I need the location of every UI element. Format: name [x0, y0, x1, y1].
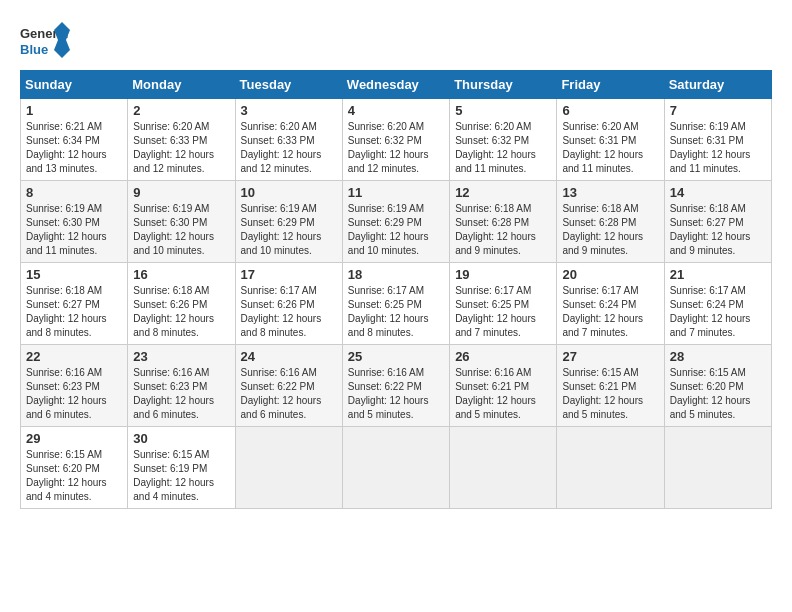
day-info: Sunrise: 6:20 AMSunset: 6:33 PMDaylight:…: [133, 120, 229, 176]
day-info: Sunrise: 6:19 AMSunset: 6:31 PMDaylight:…: [670, 120, 766, 176]
calendar-cell: 11Sunrise: 6:19 AMSunset: 6:29 PMDayligh…: [342, 181, 449, 263]
calendar-cell: 21Sunrise: 6:17 AMSunset: 6:24 PMDayligh…: [664, 263, 771, 345]
day-number: 28: [670, 349, 766, 364]
day-number: 9: [133, 185, 229, 200]
day-info: Sunrise: 6:18 AMSunset: 6:27 PMDaylight:…: [670, 202, 766, 258]
day-number: 23: [133, 349, 229, 364]
calendar-cell: 3Sunrise: 6:20 AMSunset: 6:33 PMDaylight…: [235, 99, 342, 181]
calendar-cell: 16Sunrise: 6:18 AMSunset: 6:26 PMDayligh…: [128, 263, 235, 345]
calendar-cell: [557, 427, 664, 509]
day-info: Sunrise: 6:15 AMSunset: 6:20 PMDaylight:…: [670, 366, 766, 422]
calendar-cell: 18Sunrise: 6:17 AMSunset: 6:25 PMDayligh…: [342, 263, 449, 345]
day-number: 16: [133, 267, 229, 282]
calendar-cell: 22Sunrise: 6:16 AMSunset: 6:23 PMDayligh…: [21, 345, 128, 427]
day-number: 26: [455, 349, 551, 364]
calendar-week-4: 22Sunrise: 6:16 AMSunset: 6:23 PMDayligh…: [21, 345, 772, 427]
day-header-friday: Friday: [557, 71, 664, 99]
day-number: 19: [455, 267, 551, 282]
day-number: 17: [241, 267, 337, 282]
day-info: Sunrise: 6:15 AMSunset: 6:19 PMDaylight:…: [133, 448, 229, 504]
calendar-cell: 6Sunrise: 6:20 AMSunset: 6:31 PMDaylight…: [557, 99, 664, 181]
logo: General Blue: [20, 20, 70, 60]
day-number: 1: [26, 103, 122, 118]
day-number: 10: [241, 185, 337, 200]
calendar-cell: [235, 427, 342, 509]
calendar-cell: 30Sunrise: 6:15 AMSunset: 6:19 PMDayligh…: [128, 427, 235, 509]
day-info: Sunrise: 6:18 AMSunset: 6:27 PMDaylight:…: [26, 284, 122, 340]
day-info: Sunrise: 6:16 AMSunset: 6:22 PMDaylight:…: [241, 366, 337, 422]
calendar-cell: 24Sunrise: 6:16 AMSunset: 6:22 PMDayligh…: [235, 345, 342, 427]
calendar-week-1: 1Sunrise: 6:21 AMSunset: 6:34 PMDaylight…: [21, 99, 772, 181]
day-number: 20: [562, 267, 658, 282]
calendar-cell: 10Sunrise: 6:19 AMSunset: 6:29 PMDayligh…: [235, 181, 342, 263]
day-info: Sunrise: 6:20 AMSunset: 6:31 PMDaylight:…: [562, 120, 658, 176]
day-header-saturday: Saturday: [664, 71, 771, 99]
calendar-cell: 17Sunrise: 6:17 AMSunset: 6:26 PMDayligh…: [235, 263, 342, 345]
calendar-cell: 7Sunrise: 6:19 AMSunset: 6:31 PMDaylight…: [664, 99, 771, 181]
day-info: Sunrise: 6:20 AMSunset: 6:32 PMDaylight:…: [348, 120, 444, 176]
calendar-table: SundayMondayTuesdayWednesdayThursdayFrid…: [20, 70, 772, 509]
day-number: 12: [455, 185, 551, 200]
calendar-cell: [664, 427, 771, 509]
day-number: 5: [455, 103, 551, 118]
day-info: Sunrise: 6:19 AMSunset: 6:29 PMDaylight:…: [241, 202, 337, 258]
day-info: Sunrise: 6:16 AMSunset: 6:23 PMDaylight:…: [133, 366, 229, 422]
day-info: Sunrise: 6:17 AMSunset: 6:25 PMDaylight:…: [348, 284, 444, 340]
calendar-cell: 2Sunrise: 6:20 AMSunset: 6:33 PMDaylight…: [128, 99, 235, 181]
calendar-cell: 25Sunrise: 6:16 AMSunset: 6:22 PMDayligh…: [342, 345, 449, 427]
day-number: 4: [348, 103, 444, 118]
calendar-cell: 26Sunrise: 6:16 AMSunset: 6:21 PMDayligh…: [450, 345, 557, 427]
svg-text:Blue: Blue: [20, 42, 48, 57]
calendar-week-5: 29Sunrise: 6:15 AMSunset: 6:20 PMDayligh…: [21, 427, 772, 509]
calendar-cell: 14Sunrise: 6:18 AMSunset: 6:27 PMDayligh…: [664, 181, 771, 263]
day-number: 25: [348, 349, 444, 364]
day-info: Sunrise: 6:19 AMSunset: 6:30 PMDaylight:…: [133, 202, 229, 258]
day-info: Sunrise: 6:18 AMSunset: 6:28 PMDaylight:…: [455, 202, 551, 258]
calendar-cell: 27Sunrise: 6:15 AMSunset: 6:21 PMDayligh…: [557, 345, 664, 427]
day-info: Sunrise: 6:17 AMSunset: 6:25 PMDaylight:…: [455, 284, 551, 340]
day-number: 2: [133, 103, 229, 118]
calendar-cell: 12Sunrise: 6:18 AMSunset: 6:28 PMDayligh…: [450, 181, 557, 263]
day-header-wednesday: Wednesday: [342, 71, 449, 99]
day-number: 7: [670, 103, 766, 118]
day-header-sunday: Sunday: [21, 71, 128, 99]
day-number: 3: [241, 103, 337, 118]
day-info: Sunrise: 6:19 AMSunset: 6:30 PMDaylight:…: [26, 202, 122, 258]
day-number: 15: [26, 267, 122, 282]
day-info: Sunrise: 6:15 AMSunset: 6:21 PMDaylight:…: [562, 366, 658, 422]
calendar-cell: 8Sunrise: 6:19 AMSunset: 6:30 PMDaylight…: [21, 181, 128, 263]
day-header-thursday: Thursday: [450, 71, 557, 99]
day-info: Sunrise: 6:16 AMSunset: 6:23 PMDaylight:…: [26, 366, 122, 422]
day-header-tuesday: Tuesday: [235, 71, 342, 99]
days-header-row: SundayMondayTuesdayWednesdayThursdayFrid…: [21, 71, 772, 99]
day-number: 18: [348, 267, 444, 282]
day-info: Sunrise: 6:15 AMSunset: 6:20 PMDaylight:…: [26, 448, 122, 504]
calendar-cell: 9Sunrise: 6:19 AMSunset: 6:30 PMDaylight…: [128, 181, 235, 263]
calendar-cell: [450, 427, 557, 509]
day-number: 24: [241, 349, 337, 364]
day-number: 13: [562, 185, 658, 200]
day-number: 14: [670, 185, 766, 200]
header: General Blue: [20, 20, 772, 60]
day-info: Sunrise: 6:20 AMSunset: 6:33 PMDaylight:…: [241, 120, 337, 176]
calendar-cell: 29Sunrise: 6:15 AMSunset: 6:20 PMDayligh…: [21, 427, 128, 509]
day-info: Sunrise: 6:17 AMSunset: 6:26 PMDaylight:…: [241, 284, 337, 340]
day-info: Sunrise: 6:16 AMSunset: 6:21 PMDaylight:…: [455, 366, 551, 422]
day-info: Sunrise: 6:21 AMSunset: 6:34 PMDaylight:…: [26, 120, 122, 176]
calendar-cell: 19Sunrise: 6:17 AMSunset: 6:25 PMDayligh…: [450, 263, 557, 345]
calendar-week-2: 8Sunrise: 6:19 AMSunset: 6:30 PMDaylight…: [21, 181, 772, 263]
day-number: 11: [348, 185, 444, 200]
day-number: 21: [670, 267, 766, 282]
calendar-cell: 28Sunrise: 6:15 AMSunset: 6:20 PMDayligh…: [664, 345, 771, 427]
day-number: 27: [562, 349, 658, 364]
day-info: Sunrise: 6:16 AMSunset: 6:22 PMDaylight:…: [348, 366, 444, 422]
day-number: 8: [26, 185, 122, 200]
logo-icon: General Blue: [20, 20, 70, 60]
calendar-cell: [342, 427, 449, 509]
calendar-cell: 1Sunrise: 6:21 AMSunset: 6:34 PMDaylight…: [21, 99, 128, 181]
day-info: Sunrise: 6:17 AMSunset: 6:24 PMDaylight:…: [562, 284, 658, 340]
day-info: Sunrise: 6:20 AMSunset: 6:32 PMDaylight:…: [455, 120, 551, 176]
day-number: 6: [562, 103, 658, 118]
calendar-cell: 13Sunrise: 6:18 AMSunset: 6:28 PMDayligh…: [557, 181, 664, 263]
day-number: 22: [26, 349, 122, 364]
